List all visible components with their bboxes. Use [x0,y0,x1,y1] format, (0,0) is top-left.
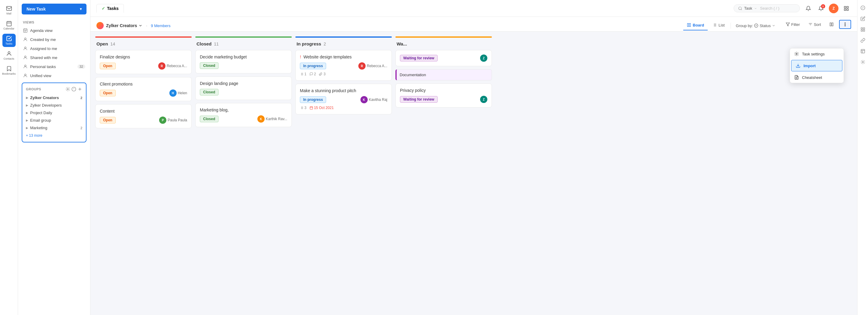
tasks-tab[interactable]: ✓ Tasks [96,4,124,13]
status-badge: Open [100,63,116,69]
table-row[interactable]: Decide marketing budget Closed [195,50,292,73]
column-waiting: Wa... Waiting for review Z Documentation… [396,36,492,310]
new-task-button[interactable]: New Task ▾ [22,4,87,14]
card-title: Decide marketing budget [200,55,287,59]
chevron-right-icon: ▶ [26,126,28,130]
card-meta: 1 2 3 [300,72,387,76]
column-closed: Closed 11 Decide marketing budget Closed… [195,36,292,310]
project-name[interactable]: Zylker Creators [106,23,143,28]
bell-icon[interactable]: 6 [816,4,826,13]
table-row[interactable]: Content Open P Paula Paula [95,104,192,128]
sidebar-item-personal-tasks[interactable]: Personal tasks 32 [18,62,90,71]
table-row[interactable]: ! Website design templates In progress R… [296,50,392,81]
members-link[interactable]: 9 Members [151,24,170,28]
table-row[interactable]: Finalize designs Open R Rebecca A... [95,50,192,74]
right-panel-icon-2[interactable] [859,14,867,23]
group-item-zylker-developers[interactable]: ▶ Zylker Developers [22,102,86,109]
sidebar-item-assigned-to-me[interactable]: Assigned to me [18,44,90,53]
svg-rect-15 [847,9,848,10]
groupby-selector[interactable]: Group by: Status [733,22,778,30]
sidebar-item-bookmarks[interactable]: Bookmarks [2,64,16,77]
subtasks-count: 3 [300,106,307,110]
avatar: Z [480,55,487,62]
column-view-button[interactable] [827,21,837,28]
status-badge: Waiting for review [400,96,438,103]
avatar: R [358,62,366,70]
svg-point-5 [24,47,26,48]
svg-rect-0 [6,6,11,10]
subheader: Zylker Creators · 9 Members Board List G… [90,17,857,32]
cheatsheet-icon [794,75,799,80]
svg-point-33 [796,53,797,55]
task-dropdown-icon [754,7,757,10]
dropdown-item-cheatsheet[interactable]: Cheatsheet [790,72,844,83]
dropdown-item-import[interactable]: Import [791,60,842,71]
column-inprogress: In progress 2 ! Website design templates… [296,36,392,310]
subtasks-count: 1 [300,72,307,76]
sidebar-item-tasks[interactable]: Tasks [2,34,16,47]
sidebar-item-contacts[interactable]: Contacts [2,49,16,62]
avatar: K [361,96,368,103]
list-icon [712,23,717,27]
column-bar-inprogress [296,36,392,38]
group-item-marketing[interactable]: ▶ Marketing 2 [22,124,86,132]
tab-board[interactable]: Board [683,21,708,30]
card-footer: Open H Helen [100,90,187,97]
comment-icon [310,72,313,76]
svg-point-23 [845,24,845,25]
more-options-button[interactable] [839,20,851,29]
filter-button[interactable]: Filter [783,21,803,28]
svg-point-7 [24,65,26,67]
right-panel-icon-6[interactable] [859,58,867,66]
column-count-open: 14 [110,41,115,46]
sidebar-item-unified-view[interactable]: Unified view [18,71,90,80]
svg-point-24 [845,26,845,26]
card-footer: Closed [200,89,287,96]
groups-actions[interactable] [65,87,82,92]
column-count-closed: 11 [214,41,219,46]
right-panel-icon-3[interactable] [859,25,867,34]
view-tabs: Board List Group by: Status [683,21,778,30]
table-row[interactable]: Privacy policy Waiting for review Z [396,83,492,107]
column-header-closed: Closed 11 [195,41,292,50]
table-row[interactable]: Design landing page Closed [195,76,292,100]
table-row[interactable]: Make a stunning product pitch In progres… [296,84,392,114]
sidebar-item-shared-with-me[interactable]: Shared with me [18,53,90,62]
group-item-email-group[interactable]: ▶ Email group [22,116,86,124]
card-meta: 3 15 Oct 2021 [300,106,387,110]
chevron-right-icon: ▶ [26,111,28,114]
sidebar-item-created-by-me[interactable]: Created by me [18,35,90,44]
group-item-zylker-creators[interactable]: ▶ Zylker Creators 2 [22,94,86,102]
search-icon [738,6,742,10]
project-info: Zylker Creators · 9 Members [96,22,170,29]
sidebar-item-mail[interactable]: Mail [2,4,16,17]
table-row[interactable]: Waiting for review Z [396,50,492,66]
svg-point-32 [862,62,864,63]
sidebar-item-agenda[interactable]: Agenda view [18,26,90,35]
right-panel-icon-4[interactable] [859,36,867,44]
column-header-open: Open 14 [95,41,192,50]
svg-point-9 [67,89,68,90]
user-avatar[interactable]: Z [829,4,838,13]
attachment-icon [319,72,322,76]
grid-icon[interactable] [841,4,851,13]
table-row[interactable]: Documentation [396,69,492,80]
tab-list[interactable]: List [709,21,728,30]
status-badge: Closed [200,116,218,122]
sidebar-item-calendar[interactable]: Calendar [2,19,16,32]
svg-rect-31 [861,49,865,53]
svg-rect-21 [832,23,833,26]
right-panel-icon-1[interactable] [859,4,867,12]
group-item-project-daily[interactable]: ▶ Project Daily [22,109,86,116]
sort-button[interactable]: Sort [805,21,824,28]
table-row[interactable]: Marketing blog, Closed K Karthik Rav... [195,103,292,127]
subtask-icon [300,106,304,110]
svg-marker-19 [786,23,789,26]
card-title: Documentation [400,73,489,77]
more-groups-link[interactable]: + 13 more [22,132,86,139]
table-row[interactable]: Client promotions Open H Helen [95,77,192,101]
notify-icon[interactable] [804,4,813,13]
dropdown-item-task-settings[interactable]: Task settings [790,48,844,59]
search-bar[interactable]: Task Search ( / ) [734,4,800,12]
right-panel-icon-5[interactable] [859,47,867,56]
